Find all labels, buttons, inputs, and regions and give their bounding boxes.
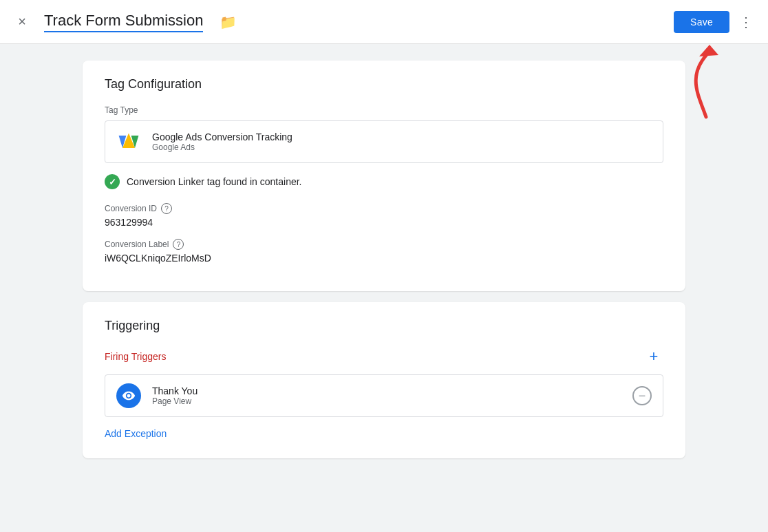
tag-type-info: Google Ads Conversion Tracking Google Ad… — [152, 131, 292, 152]
tag-type-label: Tag Type — [105, 105, 663, 115]
header-right: Save ⋮ — [674, 11, 757, 33]
firing-triggers-label: Firing Triggers — [105, 351, 166, 362]
close-icon: × — [18, 14, 26, 30]
conversion-id-label: Conversion ID — [105, 204, 157, 213]
add-exception-button[interactable]: Add Exception — [105, 425, 167, 442]
triggering-card: Triggering Firing Triggers + Thank You P… — [83, 302, 685, 458]
conversion-label-label: Conversion Label — [105, 240, 169, 249]
tag-type-selector[interactable]: Google Ads Conversion Tracking Google Ad… — [105, 120, 663, 163]
header: × Track Form Submission 📁 Save ⋮ — [0, 0, 768, 44]
conversion-label-group: Conversion Label ? iW6QCLKniqoZEIrloMsD — [105, 239, 663, 264]
tag-type-sub: Google Ads — [152, 142, 292, 152]
google-ads-icon — [116, 129, 141, 154]
conversion-label-value: iW6QCLKniqoZEIrloMsD — [105, 253, 663, 264]
folder-icon[interactable]: 📁 — [220, 14, 237, 30]
page-view-trigger-icon — [116, 383, 141, 408]
close-button[interactable]: × — [11, 11, 33, 33]
tag-type-name: Google Ads Conversion Tracking — [152, 131, 292, 142]
save-button[interactable]: Save — [674, 11, 729, 33]
remove-trigger-button[interactable]: − — [632, 386, 652, 405]
success-message: Conversion Linker tag found in container… — [105, 174, 663, 189]
conversion-label-help-icon[interactable]: ? — [173, 239, 184, 250]
trigger-name: Thank You — [152, 385, 621, 396]
trigger-info: Thank You Page View — [152, 385, 621, 406]
add-trigger-button[interactable]: + — [644, 347, 663, 366]
header-left: × Track Form Submission 📁 — [11, 11, 674, 33]
success-text: Conversion Linker tag found in container… — [127, 176, 302, 187]
firing-triggers-row: Firing Triggers + — [105, 347, 663, 366]
tag-config-title: Tag Configuration — [105, 77, 663, 92]
conversion-id-group: Conversion ID ? 963129994 — [105, 203, 663, 228]
tag-configuration-card: Tag Configuration Tag Type Google Ads Co… — [83, 61, 685, 291]
conversion-label-label-row: Conversion Label ? — [105, 239, 663, 250]
main-content: Tag Configuration Tag Type Google Ads Co… — [0, 44, 768, 475]
triggering-title: Triggering — [105, 319, 663, 333]
success-icon — [105, 174, 120, 189]
conversion-id-help-icon[interactable]: ? — [161, 203, 172, 214]
more-options-button[interactable]: ⋮ — [735, 11, 757, 33]
conversion-id-label-row: Conversion ID ? — [105, 203, 663, 214]
trigger-type: Page View — [152, 396, 621, 406]
conversion-id-value: 963129994 — [105, 217, 663, 228]
page-title: Track Form Submission — [44, 12, 203, 32]
trigger-item: Thank You Page View − — [105, 374, 663, 417]
